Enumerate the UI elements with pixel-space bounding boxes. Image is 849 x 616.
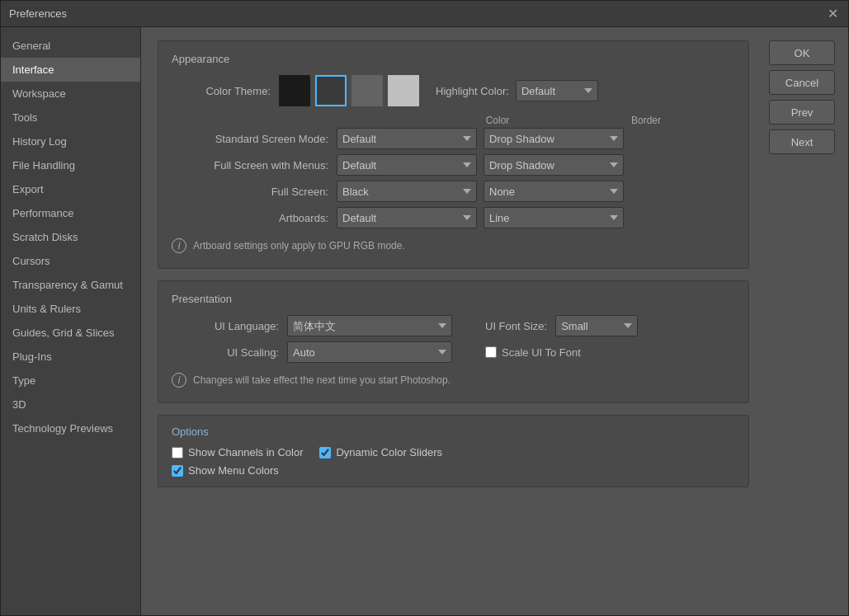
sidebar-item-scratch-disks[interactable]: Scratch Disks xyxy=(1,225,140,249)
standard-screen-label: Standard Screen Mode: xyxy=(172,133,337,145)
presentation-section: Presentation UI Language: 简体中文 English 日… xyxy=(158,280,749,403)
preferences-window: Preferences ✕ General Interface Workspac… xyxy=(0,0,849,616)
sidebar-item-file-handling[interactable]: File Handling xyxy=(1,153,140,177)
ui-language-select[interactable]: 简体中文 English 日本語 xyxy=(287,315,452,336)
artboards-border-select[interactable]: Line None Drop Shadow xyxy=(483,207,624,228)
show-channels-label[interactable]: Show Channels in Color xyxy=(188,446,303,458)
appearance-section: Appearance Color Theme: Highlight Color:… xyxy=(158,40,749,269)
border-col-header: Border xyxy=(572,115,720,126)
ok-button[interactable]: OK xyxy=(769,40,835,65)
swatch-black[interactable] xyxy=(279,75,310,106)
artboard-info-row: i Artboard settings only apply to GPU RG… xyxy=(172,233,735,256)
info-icon: i xyxy=(172,238,186,253)
sidebar-item-cursors[interactable]: Cursors xyxy=(1,249,140,273)
full-screen-menus-border-select[interactable]: Drop Shadow None Line xyxy=(483,154,624,176)
sidebar-item-interface[interactable]: Interface xyxy=(1,58,140,82)
cancel-button[interactable]: Cancel xyxy=(769,70,835,95)
swatch-light[interactable] xyxy=(388,75,419,106)
ui-scaling-select[interactable]: Auto 100% 125% 150% 200% xyxy=(287,341,452,363)
ui-scaling-label: UI Scaling: xyxy=(172,346,287,359)
color-theme-row: Color Theme: Highlight Color: Default Bl… xyxy=(172,75,735,106)
scale-ui-to-font-label[interactable]: Scale UI To Font xyxy=(502,346,581,359)
presentation-title: Presentation xyxy=(172,293,735,305)
dynamic-sliders-checkbox[interactable] xyxy=(319,447,331,458)
presentation-info-text: Changes will take effect the next time y… xyxy=(193,374,450,386)
sidebar-item-type[interactable]: Type xyxy=(1,369,140,393)
options-section: Options Show Channels in Color Dynamic C… xyxy=(158,415,749,487)
prev-button[interactable]: Prev xyxy=(769,100,835,125)
ui-font-size-select[interactable]: Small Medium Large xyxy=(555,315,638,336)
standard-screen-border-select[interactable]: Drop Shadow None Line xyxy=(483,128,624,149)
sidebar-item-tools[interactable]: Tools xyxy=(1,106,140,129)
show-menu-colors-label[interactable]: Show Menu Colors xyxy=(188,464,279,477)
presentation-grid: UI Language: 简体中文 English 日本語 UI Font Si… xyxy=(172,315,735,391)
title-bar: Preferences ✕ xyxy=(1,1,848,27)
full-screen-row: Full Screen: Black Default White None Dr… xyxy=(172,181,735,202)
sidebar-item-transparency-gamut[interactable]: Transparency & Gamut xyxy=(1,273,140,297)
color-swatches xyxy=(279,75,419,106)
full-screen-color-select[interactable]: Black Default White xyxy=(337,181,477,202)
options-grid: Show Channels in Color Dynamic Color Sli… xyxy=(172,446,735,477)
ui-language-label: UI Language: xyxy=(172,320,287,332)
scale-ui-to-font-row: Scale UI To Font xyxy=(485,346,581,359)
dynamic-sliders-label[interactable]: Dynamic Color Sliders xyxy=(336,446,442,458)
ui-font-size-label: UI Font Size: xyxy=(485,320,547,332)
scale-ui-to-font-checkbox[interactable] xyxy=(485,346,497,358)
full-screen-label: Full Screen: xyxy=(172,186,337,198)
dynamic-sliders-row: Dynamic Color Sliders xyxy=(319,446,442,458)
scale-ui-font-group: Scale UI To Font xyxy=(485,346,581,359)
sidebar-item-workspace[interactable]: Workspace xyxy=(1,82,140,106)
next-button[interactable]: Next xyxy=(769,129,835,154)
ui-scaling-row: UI Scaling: Auto 100% 125% 150% 200% Sca… xyxy=(172,341,735,363)
sidebar-item-export[interactable]: Export xyxy=(1,177,140,201)
sidebar-item-tech-previews[interactable]: Technology Previews xyxy=(1,416,140,440)
presentation-info-icon: i xyxy=(172,373,186,388)
show-channels-row: Show Channels in Color xyxy=(172,446,303,458)
full-screen-menus-row: Full Screen with Menus: Default Black Wh… xyxy=(172,154,735,176)
swatch-medium[interactable] xyxy=(351,75,383,106)
options-row-1: Show Channels in Color Dynamic Color Sli… xyxy=(172,446,735,458)
sidebar-item-guides-grid-slices[interactable]: Guides, Grid & Slices xyxy=(1,321,140,345)
main-panel: OK Cancel Prev Next Appearance Color The… xyxy=(141,27,848,615)
highlight-color-label: Highlight Color: xyxy=(436,85,509,97)
standard-screen-color-select[interactable]: Default Black White Custom xyxy=(337,128,477,149)
sidebar-item-history-log[interactable]: History Log xyxy=(1,129,140,153)
appearance-title: Appearance xyxy=(172,53,735,65)
column-headers: Color Border xyxy=(423,115,735,126)
show-menu-colors-checkbox[interactable] xyxy=(172,465,183,477)
window-title: Preferences xyxy=(9,7,67,20)
show-menu-colors-row: Show Menu Colors xyxy=(172,464,279,477)
color-theme-label: Color Theme: xyxy=(172,85,279,97)
swatch-dark[interactable] xyxy=(315,75,347,106)
color-col-header: Color xyxy=(423,115,572,126)
highlight-color-row: Highlight Color: Default Blue Green xyxy=(436,80,598,101)
options-row-2: Show Menu Colors xyxy=(172,464,735,477)
presentation-info-row: i Changes will take effect the next time… xyxy=(172,368,735,391)
sidebar: General Interface Workspace Tools Histor… xyxy=(1,27,141,615)
sidebar-item-units-rulers[interactable]: Units & Rulers xyxy=(1,297,140,321)
standard-screen-row: Standard Screen Mode: Default Black Whit… xyxy=(172,128,735,149)
sidebar-item-plug-ins[interactable]: Plug-Ins xyxy=(1,345,140,369)
sidebar-item-general[interactable]: General xyxy=(1,34,140,58)
ui-language-row: UI Language: 简体中文 English 日本語 UI Font Si… xyxy=(172,315,735,336)
sidebar-item-performance[interactable]: Performance xyxy=(1,201,140,225)
full-screen-border-select[interactable]: None Drop Shadow Line xyxy=(483,181,624,202)
action-buttons: OK Cancel Prev Next xyxy=(769,40,835,154)
artboards-color-select[interactable]: Default Black White xyxy=(337,207,477,228)
show-channels-checkbox[interactable] xyxy=(172,447,183,458)
full-screen-menus-color-select[interactable]: Default Black White xyxy=(337,154,477,176)
content-area: General Interface Workspace Tools Histor… xyxy=(1,27,848,615)
artboards-label: Artboards: xyxy=(172,212,337,224)
artboard-info-text: Artboard settings only apply to GPU RGB … xyxy=(193,240,405,252)
sidebar-item-3d[interactable]: 3D xyxy=(1,393,140,416)
close-button[interactable]: ✕ xyxy=(825,7,840,21)
artboards-row: Artboards: Default Black White Line None… xyxy=(172,207,735,228)
options-title: Options xyxy=(172,426,735,438)
ui-font-size-group: UI Font Size: Small Medium Large xyxy=(485,315,638,336)
full-screen-menus-label: Full Screen with Menus: xyxy=(172,159,337,172)
highlight-color-select[interactable]: Default Blue Green xyxy=(516,80,598,101)
